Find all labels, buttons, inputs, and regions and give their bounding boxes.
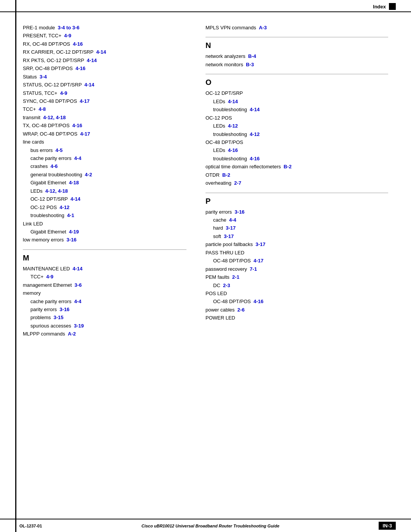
n-section-divider [206, 37, 388, 37]
footer-ol-number: OL-1237-01 [19, 524, 42, 528]
entry-sync-oc48: SYNC, OC-48 DPT/POS 4-17 [23, 97, 186, 105]
entry-network-monitors: network monitors B-3 [206, 61, 388, 69]
entry-pos-led: POS LED OC-48 DPT/POS 4-16 [206, 289, 388, 306]
entry-pem-faults: PEM faults 2-1 DC 2-3 [206, 273, 388, 289]
p-section-divider [206, 193, 388, 193]
main-content: PRE-1 module 3-4 to 3-6 PRESENT, TCC+ 4-… [0, 12, 411, 519]
entry-rx-oc48: RX, OC-48 DPT/POS 4-16 [23, 40, 186, 48]
entry-password-recovery: password recovery 7-1 [206, 265, 388, 273]
right-column: MPLS VPN commands A-3 N network analyzer… [198, 24, 388, 515]
entry-power-cables: power cables 2-6 [206, 306, 388, 314]
section-o-label: O [206, 78, 388, 87]
entry-srp-oc48: SRP, OC-48 DPT/POS 4-16 [23, 64, 186, 72]
entry-otdr-full: optical time domain reflectometers B-2 [206, 163, 388, 171]
section-n-label: N [206, 41, 388, 50]
entry-tx-oc48: TX, OC-48 DPT/POS 4-16 [23, 121, 186, 129]
entry-status-tcc: STATUS, TCC+ 4-9 [23, 89, 186, 97]
entry-status-oc12: STATUS, OC-12 DPT/SRP 4-14 [23, 81, 186, 89]
entry-oc12-dtpsrp: OC-12 DPT/SRP LEDs 4-14 troubleshooting … [206, 89, 388, 113]
header-title: Index [373, 4, 386, 10]
entry-pre1-module: PRE-1 module 3-4 to 3-6 [23, 24, 186, 32]
entry-oc48-dptpos: OC-48 DPT/POS LEDs 4-16 troubleshooting … [206, 138, 388, 163]
entry-mpls-vpn: MPLS VPN commands A-3 [206, 24, 388, 32]
entry-pass-thru-led: PASS THRU LED OC-48 DPT/POS 4-17 [206, 249, 388, 265]
page: Index PRE-1 module 3-4 to 3-6 PRESENT, T… [0, 0, 411, 532]
entry-overheating: overheating 2-7 [206, 179, 388, 187]
entry-otdr: OTDR B-2 [206, 171, 388, 179]
footer-center-text: Cisco uBR10012 Universal Broadband Route… [42, 524, 379, 528]
entry-mgmt-ethernet: management Ethernet 3-6 [23, 281, 186, 289]
entry-link-led: Link LED Gigabit Ethernet 4-19 [23, 220, 186, 236]
entry-line-cards: line cards bus errors 4-5 cache parity e… [23, 138, 186, 219]
m-section-divider [23, 249, 186, 250]
entry-present-tcc: PRESENT, TCC+ 4-9 [23, 32, 186, 40]
entry-parity-errors: parity errors 3-16 cache 4-4 hard 3-17 s… [206, 208, 388, 241]
entry-maintenance-led: MAINTENANCE LED 4-14 TCC+ 4-9 [23, 265, 186, 281]
entry-status: Status 3-4 [23, 73, 186, 81]
footer-left: OL-1237-01 [15, 522, 42, 529]
entry-oc12-pos: OC-12 POS LEDs 4-12 troubleshooting 4-12 [206, 114, 388, 138]
entry-particle-pool: particle pool fallbacks 3-17 [206, 240, 388, 248]
section-p-label: P [206, 197, 388, 206]
left-border-bar [15, 0, 16, 532]
header-black-box [389, 3, 396, 10]
entry-memory: memory cache parity errors 4-4 parity er… [23, 289, 186, 330]
entry-rx-pkts: RX PKTS, OC-12 DPT/SRP 4-14 [23, 56, 186, 64]
page-header: Index [0, 0, 411, 12]
left-column: PRE-1 module 3-4 to 3-6 PRESENT, TCC+ 4-… [23, 24, 198, 515]
section-m-label: M [23, 254, 186, 262]
entry-low-memory: low memory errors 3-16 [23, 236, 186, 244]
entry-network-analyzers: network analyzers B-4 [206, 52, 388, 60]
entry-rx-carrier: RX CARRIER, OC-12 DPT/SRP 4-14 [23, 48, 186, 56]
entry-power-led: POWER LED [206, 314, 388, 322]
footer-right: IN-3 [379, 522, 396, 530]
entry-transmit: transmit 4-12, 4-18 [23, 113, 186, 121]
o-section-divider [206, 74, 388, 74]
entry-mlppp-commands: MLPPP commands A-2 [23, 330, 186, 338]
page-footer: OL-1237-01 Cisco uBR10012 Universal Broa… [0, 519, 411, 532]
entry-tcc: TCC+ 4-8 [23, 105, 186, 113]
entry-wrap-oc48: WRAP, OC-48 DPT/POS 4-17 [23, 130, 186, 138]
footer-page-label: IN-3 [379, 522, 396, 530]
